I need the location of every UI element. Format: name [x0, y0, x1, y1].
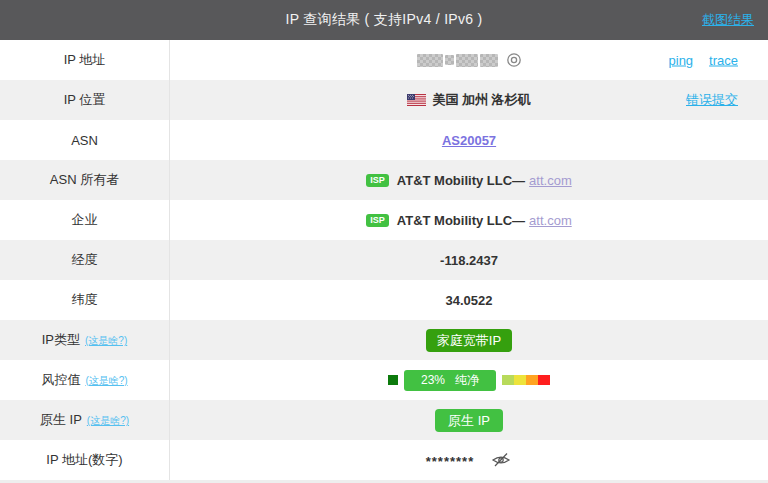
longitude-value: -118.2437 [440, 253, 498, 268]
eye-off-icon[interactable] [490, 452, 512, 468]
risk-segment [514, 375, 526, 385]
error-submit-link[interactable]: 错误提交 [686, 91, 738, 109]
risk-segment [538, 375, 550, 385]
asn-owner-domain-link[interactable]: att.com [529, 173, 572, 188]
trace-link[interactable]: trace [709, 53, 738, 68]
table-row-longitude: 经度 -118.2437 [0, 240, 768, 280]
risk-percent: 23% [421, 373, 445, 387]
ping-link[interactable]: ping [669, 53, 694, 68]
copy-icon[interactable] [506, 52, 522, 68]
us-flag-icon [407, 94, 426, 106]
asn-owner-name: AT&T Mobility LLC— [397, 173, 525, 188]
table-row-native-ip: 原生 IP (这是啥?) 原生 IP [0, 400, 768, 440]
row-label: 风控值 [41, 371, 80, 389]
ip-location-value: 美国 加州 洛杉矶 [432, 91, 530, 109]
table-row-latitude: 纬度 34.0522 [0, 280, 768, 320]
row-value: AS20057 [170, 120, 768, 160]
native-ip-badge: 原生 IP [435, 409, 503, 432]
ip-info-table: IP 地址 ping trace IP 位置 [0, 40, 768, 480]
row-value: 34.0522 [170, 280, 768, 320]
ip-lookup-panel: IP 查询结果 ( 支持IPv4 / IPv6 ) 截图结果 IP 地址 pin… [0, 0, 768, 483]
row-label: 纬度 [0, 280, 170, 320]
asn-link[interactable]: AS20057 [442, 133, 496, 148]
row-label: IP 地址 [0, 40, 170, 80]
row-value: 原生 IP [170, 400, 768, 440]
enterprise-domain-link[interactable]: att.com [529, 213, 572, 228]
row-label: 企业 [0, 200, 170, 240]
row-label-group: IP类型 (这是啥?) [0, 320, 170, 360]
isp-badge: ISP [366, 174, 389, 187]
table-row-ip-location: IP 位置 [0, 80, 768, 120]
row-label: IP 位置 [0, 80, 170, 120]
ip-type-help-link[interactable]: (这是啥?) [85, 334, 127, 348]
table-row-asn-owner: ASN 所有者 ISP AT&T Mobility LLC— att.com [0, 160, 768, 200]
row-value: 家庭宽带IP [170, 320, 768, 360]
risk-meter-current-square [388, 375, 398, 385]
row-label: ASN [0, 120, 170, 160]
table-row-ip-numeric: IP 地址(数字) ******** [0, 440, 768, 480]
page-title: IP 查询结果 ( 支持IPv4 / IPv6 ) [285, 11, 482, 29]
row-value: ******** [170, 440, 768, 480]
masked-ip-value [417, 54, 498, 67]
masked-numeric-value: ******** [426, 454, 474, 469]
risk-status: 纯净 [455, 372, 479, 389]
row-label: IP类型 [42, 331, 80, 349]
native-ip-help-link[interactable]: (这是啥?) [87, 414, 129, 428]
risk-meter: 23% 纯净 [388, 370, 550, 391]
risk-score-badge: 23% 纯净 [404, 370, 496, 391]
panel-header: IP 查询结果 ( 支持IPv4 / IPv6 ) 截图结果 [0, 0, 768, 40]
latitude-value: 34.0522 [446, 293, 493, 308]
row-label-group: 原生 IP (这是啥?) [0, 400, 170, 440]
table-row-risk-value: 风控值 (这是啥?) 23% 纯净 [0, 360, 768, 400]
row-label: 经度 [0, 240, 170, 280]
row-actions: ping trace [669, 53, 738, 68]
row-actions: 错误提交 [686, 91, 738, 109]
table-row-enterprise: 企业 ISP AT&T Mobility LLC— att.com [0, 200, 768, 240]
table-row-ip-address: IP 地址 ping trace [0, 40, 768, 80]
screenshot-result-link[interactable]: 截图结果 [702, 11, 754, 29]
risk-value-help-link[interactable]: (这是啥?) [85, 374, 127, 388]
row-value: 23% 纯净 [170, 360, 768, 400]
row-label: 原生 IP [40, 411, 82, 429]
row-label: ASN 所有者 [0, 160, 170, 200]
row-value: 美国 加州 洛杉矶 错误提交 [170, 80, 768, 120]
row-value: ping trace [170, 40, 768, 80]
row-value: -118.2437 [170, 240, 768, 280]
ip-type-badge: 家庭宽带IP [426, 329, 512, 352]
row-label: IP 地址(数字) [0, 440, 170, 480]
row-label-group: 风控值 (这是啥?) [0, 360, 170, 400]
table-row-asn: ASN AS20057 [0, 120, 768, 160]
row-value: ISP AT&T Mobility LLC— att.com [170, 200, 768, 240]
enterprise-name: AT&T Mobility LLC— [397, 213, 525, 228]
risk-gradient-segments [502, 375, 550, 385]
row-value: ISP AT&T Mobility LLC— att.com [170, 160, 768, 200]
risk-segment [502, 375, 514, 385]
risk-segment [526, 375, 538, 385]
table-row-ip-type: IP类型 (这是啥?) 家庭宽带IP [0, 320, 768, 360]
isp-badge: ISP [366, 214, 389, 227]
